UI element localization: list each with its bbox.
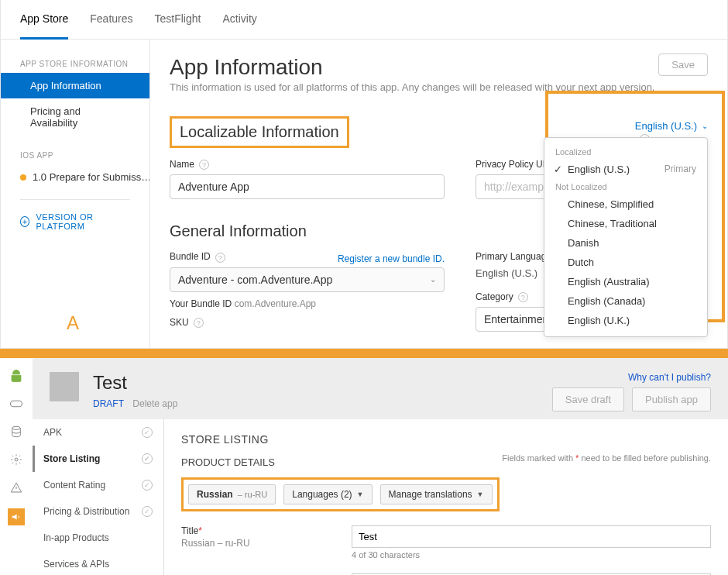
manage-translations-pill[interactable]: Manage translations ▼ — [380, 484, 493, 504]
language-selector-label: English (U.S.) — [635, 120, 697, 132]
pill-manage-label: Manage translations — [389, 489, 472, 500]
publish-app-button[interactable]: Publish app — [632, 387, 711, 411]
pill-count-label: Languages (2) — [292, 489, 352, 500]
sidebar-section-label: APP STORE INFORMATION — [1, 55, 149, 73]
lang-item[interactable]: Danish — [544, 233, 707, 253]
chevron-down-icon: ⌄ — [430, 275, 436, 284]
help-icon[interactable]: ? — [518, 292, 528, 302]
register-bundle-link[interactable]: Register a new bundle ID. — [338, 253, 445, 264]
nav-apk[interactable]: APK✓ — [33, 419, 163, 446]
gear-icon[interactable] — [9, 453, 23, 467]
gpc-nav: APK✓ Store Listing✓ Content Rating✓ Pric… — [33, 419, 164, 575]
section-divider — [0, 349, 728, 358]
current-language-pill[interactable]: Russian – ru-RU — [188, 484, 276, 504]
announce-icon[interactable] — [8, 508, 25, 525]
languages-count-pill[interactable]: Languages (2) ▼ — [283, 484, 372, 504]
lang-item[interactable]: English (Canada) — [544, 291, 707, 311]
asc-sidebar: APP STORE INFORMATION App Information Pr… — [1, 40, 150, 348]
sidebar-section-label-ios: IOS APP — [1, 146, 149, 164]
add-version-label: VERSION OR PLATFORM — [36, 212, 130, 231]
app-icon-placeholder — [50, 372, 79, 401]
category-value: Entertainment — [484, 313, 551, 325]
language-popover: Localized English (U.S.) Primary Not Loc… — [544, 137, 708, 337]
play-console-panel: Test DRAFT Delete app Why can't I publis… — [0, 358, 728, 575]
nav-content-rating[interactable]: Content Rating✓ — [33, 472, 163, 498]
status-dot-icon — [20, 174, 26, 181]
appstore-panel: App Store Features TestFlight Activity A… — [0, 0, 728, 349]
lang-item-english-us[interactable]: English (U.S.) Primary — [544, 160, 707, 179]
lang-item[interactable]: English (Australia) — [544, 272, 707, 291]
help-icon[interactable]: ? — [194, 318, 204, 328]
title-input[interactable] — [352, 525, 711, 548]
lang-item[interactable]: English (U.K.) — [544, 311, 707, 330]
annotation-letter-a: A — [67, 312, 79, 334]
tab-appstore[interactable]: App Store — [20, 0, 68, 40]
caret-down-icon: ▼ — [357, 491, 364, 498]
language-pills-highlight: Russian – ru-RU Languages (2) ▼ Manage t… — [181, 477, 500, 511]
bundleid-value: Adventure - com.Adventure.App — [178, 274, 332, 286]
sku-label: SKU? — [170, 317, 445, 328]
title-char-count: 4 of 30 characters — [352, 550, 711, 560]
svg-point-1 — [12, 426, 21, 429]
lang-item[interactable]: Dutch — [544, 253, 707, 272]
status-draft: DRAFT — [93, 398, 124, 409]
asc-main: Save App Information This information is… — [150, 40, 727, 348]
gpc-main: STORE LISTING Fields marked with * need … — [164, 419, 728, 575]
chevron-down-icon: ⌄ — [702, 122, 708, 130]
version-label: 1.0 Prepare for Submiss… — [33, 171, 149, 183]
plus-icon: + — [20, 216, 29, 227]
nav-pricing[interactable]: Pricing & Distribution✓ — [33, 498, 163, 525]
gamepad-icon[interactable] — [9, 397, 23, 411]
name-label: Name? — [170, 159, 445, 170]
save-draft-button[interactable]: Save draft — [552, 387, 624, 411]
your-bundle-row: Your Bundle ID com.Adventure.App — [170, 298, 445, 309]
why-publish-link[interactable]: Why can't I publish? — [552, 372, 711, 383]
alert-icon[interactable] — [9, 480, 23, 494]
nav-inapp[interactable]: In-app Products — [33, 525, 163, 551]
sidebar-divider — [20, 199, 130, 200]
sidebar-item-version[interactable]: 1.0 Prepare for Submiss… — [1, 164, 149, 190]
gpc-rail — [0, 358, 33, 575]
help-icon[interactable]: ? — [215, 253, 225, 263]
store-listing-heading: STORE LISTING — [181, 433, 711, 446]
database-icon[interactable] — [9, 425, 23, 439]
help-icon[interactable]: ? — [199, 160, 209, 170]
title-field-label: Title* Russian – ru-RU — [181, 525, 336, 560]
add-version-button[interactable]: + VERSION OR PLATFORM — [1, 209, 149, 234]
asc-tabs: App Store Features TestFlight Activity — [1, 0, 727, 40]
localizable-heading: Localizable Information — [180, 123, 339, 140]
page-subtitle: This information is used for all platfor… — [170, 81, 708, 93]
check-icon: ✓ — [142, 453, 153, 464]
lang-primary-badge: Primary — [664, 164, 696, 174]
check-icon: ✓ — [142, 480, 153, 491]
caret-down-icon: ▼ — [477, 491, 484, 498]
nav-store-listing[interactable]: Store Listing✓ — [33, 446, 163, 472]
lang-group-notlocalized: Not Localized — [544, 179, 707, 195]
pill-lang-name: Russian — [197, 489, 233, 500]
svg-point-2 — [15, 458, 18, 461]
tab-activity[interactable]: Activity — [222, 0, 256, 39]
pill-lang-sub: – ru-RU — [238, 490, 268, 499]
tab-features[interactable]: Features — [90, 0, 132, 39]
name-input[interactable] — [170, 174, 445, 199]
lang-group-localized: Localized — [544, 144, 707, 160]
nav-services[interactable]: Services & APIs — [33, 551, 163, 575]
check-icon: ✓ — [142, 506, 153, 517]
lang-item-label: English (U.S.) — [568, 164, 630, 175]
save-button[interactable]: Save — [658, 53, 708, 76]
gpc-header: Test DRAFT Delete app Why can't I publis… — [33, 358, 728, 419]
svg-rect-0 — [11, 401, 22, 407]
localizable-heading-highlight: Localizable Information — [170, 116, 349, 148]
lang-item[interactable]: Chinese, Traditional — [544, 214, 707, 233]
required-note: Fields marked with * need to be filled b… — [502, 453, 711, 463]
page-title: App Information — [170, 55, 708, 80]
delete-app-link[interactable]: Delete app — [132, 398, 177, 409]
bundleid-select[interactable]: Adventure - com.Adventure.App ⌄ — [170, 267, 445, 292]
tab-testflight[interactable]: TestFlight — [155, 0, 201, 39]
lang-item[interactable]: Chinese, Simplified — [544, 195, 707, 214]
sidebar-item-pricing[interactable]: Pricing and Availability — [1, 98, 149, 136]
language-selector[interactable]: English (U.S.) ⌄ — [635, 120, 708, 132]
sidebar-item-app-information[interactable]: App Information — [1, 73, 149, 98]
android-icon[interactable] — [9, 369, 23, 383]
title-lang-sub: Russian – ru-RU — [181, 538, 336, 549]
